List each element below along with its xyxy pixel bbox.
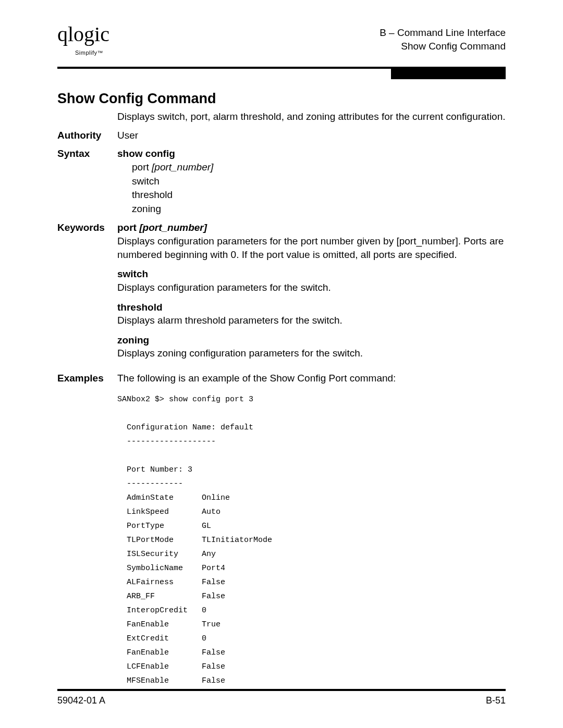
keyword-switch: switch Displays configuration parameters… (117, 267, 506, 294)
keywords-body: port [port_number] Displays configuratio… (117, 221, 506, 366)
syntax-label: Syntax (57, 147, 117, 216)
keyword-threshold: threshold Displays alarm threshold param… (117, 301, 506, 327)
brand-name: qlogic (57, 22, 109, 46)
page-header: qlogic Simplify™ B – Command Line Interf… (57, 26, 506, 59)
keyword-port-desc: Displays configuration parameters for th… (117, 235, 506, 261)
syntax-arg-threshold: threshold (132, 188, 506, 202)
keyword-zoning-desc: Displays zoning configuration parameters… (117, 347, 506, 360)
syntax-arg-port: port [port_number] (132, 161, 506, 175)
header-right: B – Command Line Interface Show Config C… (380, 26, 506, 53)
keyword-threshold-title: threshold (117, 301, 506, 314)
content: Show Config Command Displays switch, por… (57, 69, 506, 688)
keyword-switch-desc: Displays configuration parameters for th… (117, 281, 506, 294)
page-title: Show Config Command (57, 91, 506, 107)
keyword-port-title-prefix: port (117, 222, 139, 233)
syntax-body: show config port [port_number] switch th… (117, 147, 506, 216)
brand-tagline: Simplify™ (75, 50, 103, 56)
authority-label: Authority (57, 129, 117, 142)
keyword-zoning: zoning Displays zoning configuration par… (117, 334, 506, 360)
footer-row: 59042-01 A B-51 (57, 695, 506, 706)
examples-body: The following is an example of the Show … (117, 372, 506, 688)
bottom-rule (57, 689, 506, 691)
page-footer: 59042-01 A B-51 (57, 689, 506, 706)
keyword-switch-title: switch (117, 267, 506, 281)
syntax-row: Syntax show config port [port_number] sw… (57, 147, 506, 216)
keywords-label: Keywords (57, 221, 117, 366)
examples-row: Examples The following is an example of … (57, 372, 506, 688)
keyword-threshold-desc: Displays alarm threshold parameters for … (117, 314, 506, 327)
example-output: SANbox2 $> show config port 3 Configurat… (117, 392, 506, 688)
keyword-port-title: port [port_number] (117, 221, 506, 235)
syntax-args: port [port_number] switch threshold zoni… (117, 161, 506, 216)
section-tab (391, 69, 506, 79)
intro-text: Displays switch, port, alarm threshold, … (117, 110, 506, 124)
footer-doc-id: 59042-01 A (57, 695, 105, 706)
authority-row: Authority User (57, 129, 506, 142)
label-col-empty (57, 110, 117, 124)
syntax-arg-port-prefix: port (132, 162, 152, 172)
examples-label: Examples (57, 372, 117, 688)
examples-intro: The following is an example of the Show … (117, 372, 506, 385)
syntax-arg-zoning: zoning (132, 202, 506, 216)
footer-page-number: B-51 (486, 695, 506, 706)
keyword-port-title-param: [port_number] (139, 222, 207, 233)
page: qlogic Simplify™ B – Command Line Interf… (0, 0, 563, 728)
intro-row: Displays switch, port, alarm threshold, … (57, 110, 506, 124)
keywords-row: Keywords port [port_number] Displays con… (57, 221, 506, 366)
keyword-port: port [port_number] Displays configuratio… (117, 221, 506, 261)
brand-logo: qlogic Simplify™ (57, 26, 109, 59)
authority-value: User (117, 129, 506, 142)
syntax-cmd: show config (117, 147, 506, 161)
syntax-arg-port-param: [port_number] (152, 162, 213, 172)
header-subsection: Show Config Command (380, 40, 506, 53)
header-section: B – Command Line Interface (380, 26, 506, 40)
keyword-zoning-title: zoning (117, 334, 506, 347)
syntax-arg-switch: switch (132, 175, 506, 189)
